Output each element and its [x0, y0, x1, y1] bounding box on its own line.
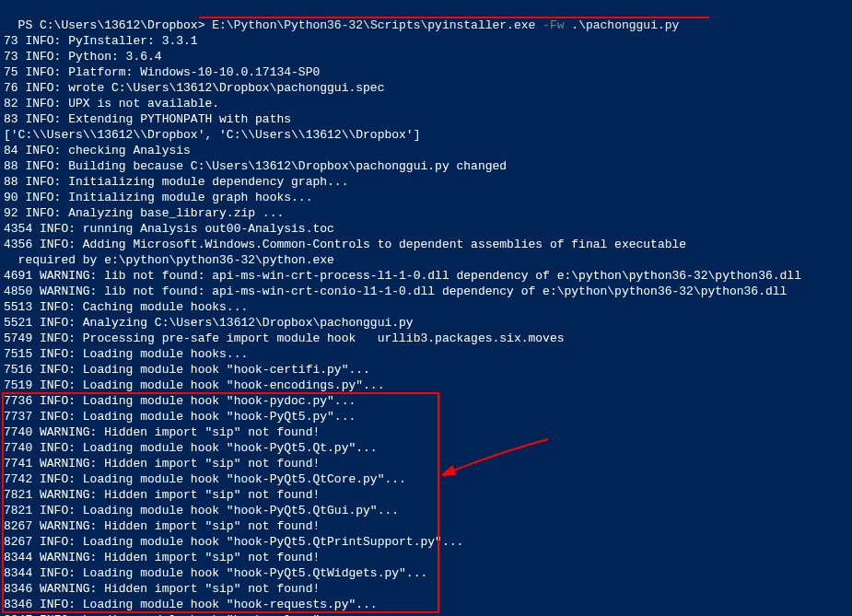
output-line: 5513 INFO: Caching module hooks...: [0, 299, 852, 315]
output-line: 7821 WARNING: Hidden import "sip" not fo…: [0, 487, 852, 503]
prompt-prefix: PS C:\Users\13612\Dropbox>: [18, 18, 213, 32]
output-line: 8267 WARNING: Hidden import "sip" not fo…: [0, 518, 852, 534]
output-line: 83 INFO: Extending PYTHONPATH with paths: [0, 111, 852, 127]
output-line: 76 INFO: wrote C:\Users\13612\Dropbox\pa…: [0, 80, 852, 96]
output-line: 7736 INFO: Loading module hook "hook-pyd…: [0, 393, 852, 409]
output-line: 88 INFO: Initializing module dependency …: [0, 174, 852, 190]
output-line: 8344 INFO: Loading module hook "hook-PyQ…: [0, 565, 852, 581]
output-line: 90 INFO: Initializing module graph hooks…: [0, 190, 852, 205]
output-line: 7519 INFO: Loading module hook "hook-enc…: [0, 378, 852, 393]
output-line: 7516 INFO: Loading module hook "hook-cer…: [0, 362, 852, 378]
output-line: 8267 INFO: Loading module hook "hook-PyQ…: [0, 534, 852, 550]
output-line: 88 INFO: Building because C:\Users\13612…: [0, 158, 852, 174]
output-line: 8347 INFO: Loading module hook "hook-xml…: [0, 612, 852, 616]
output-line: ['C:\\Users\\13612\\Dropbox', 'C:\\Users…: [0, 127, 852, 143]
output-line: 8344 WARNING: Hidden import "sip" not fo…: [0, 550, 852, 565]
output-line: 7740 INFO: Loading module hook "hook-PyQ…: [0, 440, 852, 456]
output-line: 92 INFO: Analyzing base_library.zip ...: [0, 205, 852, 221]
output-line: 82 INFO: UPX is not available.: [0, 96, 852, 111]
output-line: 7515 INFO: Loading module hooks...: [0, 346, 852, 362]
output-line: 7737 INFO: Loading module hook "hook-PyQ…: [0, 409, 852, 424]
output-line: 4850 WARNING: lib not found: api-ms-win-…: [0, 284, 852, 299]
output-line: 4356 INFO: Adding Microsoft.Windows.Comm…: [0, 237, 852, 252]
output-line: 5749 INFO: Processing pre-safe import mo…: [0, 331, 852, 346]
output-line: 73 INFO: Python: 3.6.4: [0, 49, 852, 64]
output-line: 4691 WARNING: lib not found: api-ms-win-…: [0, 268, 852, 284]
command-arg: .\pachonggui.py: [571, 18, 679, 32]
output-line: 7740 WARNING: Hidden import "sip" not fo…: [0, 424, 852, 440]
output-line: 8346 INFO: Loading module hook "hook-req…: [0, 597, 852, 612]
output-line: 73 INFO: PyInstaller: 3.3.1: [0, 33, 852, 49]
terminal-output: 73 INFO: PyInstaller: 3.3.173 INFO: Pyth…: [0, 33, 852, 616]
output-line: 7741 WARNING: Hidden import "sip" not fo…: [0, 456, 852, 471]
output-line: 84 INFO: checking Analysis: [0, 143, 852, 158]
command-flag: -Fw: [535, 18, 571, 32]
output-line: required by e:\python\python36-32\python…: [0, 252, 852, 268]
output-line: 5521 INFO: Analyzing C:\Users\13612\Drop…: [0, 315, 852, 331]
output-line: 7742 INFO: Loading module hook "hook-PyQ…: [0, 471, 852, 487]
annotation-underline: [199, 17, 709, 18]
command-path: E:\Python\Python36-32\Scripts\pyinstalle…: [212, 18, 535, 32]
output-line: 7821 INFO: Loading module hook "hook-PyQ…: [0, 503, 852, 518]
output-line: 8346 WARNING: Hidden import "sip" not fo…: [0, 581, 852, 597]
output-line: 4354 INFO: running Analysis out00-Analys…: [0, 221, 852, 237]
output-line: 75 INFO: Platform: Windows-10-10.0.17134…: [0, 64, 852, 80]
